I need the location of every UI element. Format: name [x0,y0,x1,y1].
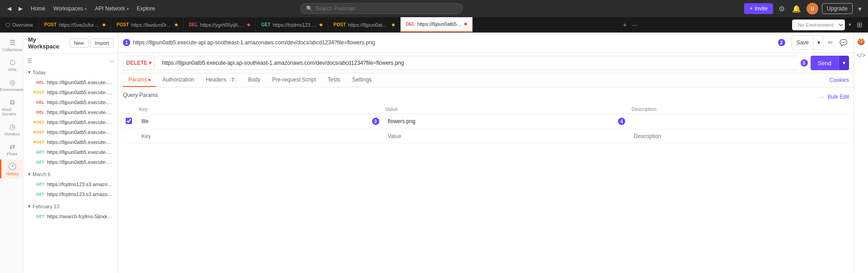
new-param-key-input[interactable] [138,131,379,142]
sidebar-item-flows[interactable]: ⇄ Flows [0,139,24,158]
more-options-icon[interactable]: ··· [110,58,114,64]
param-value-input[interactable] [385,116,617,127]
sidebar-item-apis[interactable]: ⬡ APIs [0,55,24,74]
group-header-march[interactable]: ▾ March 6 [24,169,118,179]
right-panel-code-icon[interactable]: </> [854,50,867,61]
comment-button[interactable]: 💬 [838,37,849,48]
tab-tests[interactable]: Tests [322,73,346,87]
params-dot [148,79,151,81]
list-item[interactable]: DEL https://8jpun0atb5.execute-api.ap–… [24,97,118,107]
list-item[interactable]: POST https://8jpun0atb5.execute-api.ap–… [24,127,118,137]
tab-0[interactable]: POST https://5vw2ufurrk.e… [39,17,111,33]
method-tag: POST [33,90,44,95]
more-tabs-button[interactable]: ··· [630,20,639,29]
tab-body[interactable]: Body [243,73,266,87]
list-item[interactable]: DEL https://8jpun0atb5.execute-api.ap–… [24,107,118,117]
tab-headers[interactable]: Headers 7 [200,73,241,87]
list-item[interactable]: GET https://fcjdms123.s3.amazonaws.c… [24,189,118,199]
overview-icon: ⬡ [5,22,10,28]
tab-pre-request[interactable]: Pre-request Script [267,73,321,87]
import-button[interactable]: Import [90,38,113,48]
tab-url: https://8jpun0atb5.exe… [417,21,462,27]
tab-4[interactable]: POST https://8jpun0atb5.e… [328,17,401,33]
tab-authorization[interactable]: Authorization [157,73,199,87]
forward-button[interactable]: ▶ [16,4,25,14]
method-tag: GET [33,214,44,219]
group-header-feb13[interactable]: ▾ February 13 [24,201,118,211]
right-panel-cookies-icon[interactable]: 🍪 [855,36,867,47]
filter-icon[interactable]: ☰ [27,57,33,64]
search-input[interactable] [316,5,457,12]
apis-icon: ⬡ [9,58,15,67]
method-tag: GET [33,192,44,196]
url-input[interactable] [157,56,797,70]
notifications-button[interactable]: 🔔 [790,3,803,15]
chevron-down-icon: ▾ [28,171,31,177]
new-tab-button[interactable]: + [621,20,628,29]
list-item[interactable]: GET https://fcjdms123.s3.amazonaws.c… [24,179,118,189]
send-dropdown-button[interactable]: ▾ [839,56,849,70]
workspaces-button[interactable]: Workspaces ▾ [51,4,90,14]
settings-button[interactable]: ⚙ [777,3,787,15]
param-checkbox[interactable] [126,118,132,124]
tab-3[interactable]: GET https://fcjdms123.s3.a… [256,17,328,33]
sidebar-item-history[interactable]: 🕐 History [0,159,24,178]
flows-icon: ⇄ [9,143,15,151]
sidebar-content: My Workspace New Import ☰ ··· ▾ Today DE… [24,33,118,273]
environments-icon: ◎ [9,78,15,86]
new-param-desc-input[interactable] [631,131,846,142]
avatar[interactable]: U [807,3,818,14]
save-button[interactable]: Save [792,35,814,50]
environment-selector[interactable]: No Environment [792,19,845,30]
method-selector[interactable]: DELETE ▾ [123,56,155,70]
sidebar-item-monitors[interactable]: ◷ Monitors [0,120,24,139]
tab-params[interactable]: Params [123,73,156,87]
list-item[interactable]: DEL https://8jpun0atb5.execute-api.ap–… [24,77,118,87]
method-label: POST [334,22,346,27]
send-button[interactable]: Send [811,56,839,70]
method-tag: GET [33,160,44,164]
param-desc-cell [628,114,849,129]
collections-panel-toggle[interactable]: ⊞ [855,19,864,31]
params-more-icon[interactable]: ··· [819,93,824,101]
new-button[interactable]: New [70,38,89,48]
param-key-input[interactable] [138,116,370,127]
list-item[interactable]: GET https://search-fcjdms-5ljnxkeq3n7… [24,211,118,221]
group-header-today[interactable]: ▾ Today [24,67,118,77]
search-bar[interactable]: 🔍 [300,3,463,14]
sidebar-item-mock-servers[interactable]: ⧉ Mock Servers [0,95,24,119]
tab-settings[interactable]: Settings [347,73,377,87]
tab-1[interactable]: POST https://bwdum0rws4 [111,17,184,33]
new-param-checkbox-cell [123,129,136,144]
method-tag: POST [33,130,44,134]
back-button[interactable]: ◀ [5,4,14,14]
list-item[interactable]: POST https://8jpun0atb5.execute-api.ap–… [24,117,118,127]
home-button[interactable]: Home [28,4,48,14]
param-desc-input[interactable] [631,116,846,127]
cookies-link[interactable]: Cookies [830,77,849,83]
edit-button[interactable]: ✏ [826,37,835,48]
list-item[interactable]: POST https://8jpun0atb5.execute-api.ap–… [24,87,118,97]
sidebar-item-collections[interactable]: ☰ Collections [0,35,24,54]
overview-tab[interactable]: ⬡ Overview [0,17,39,33]
method-label: DEL [406,22,415,27]
list-item[interactable]: GET https://8jpun0atb5.execute-api.ap–… [24,147,118,157]
tab-2[interactable]: DEL https://ygrh05yij6.exe… [184,17,256,33]
query-params-title: Query Params [123,92,158,98]
tab-5-active[interactable]: DEL https://8jpun0atb5.exe… [401,17,473,33]
chevron-down-icon: ▾ [127,6,129,11]
upgrade-button[interactable]: Upgrade [822,3,853,14]
list-item[interactable]: POST https://8jpun0atb5.execute-api.ap–… [24,137,118,147]
expand-icon[interactable]: ▾ [856,3,863,15]
sidebar-item-environments[interactable]: ◎ Environments [0,75,24,94]
new-param-value-input[interactable] [385,131,626,142]
bulk-edit-button[interactable]: Bulk Edit [828,94,849,100]
invite-button[interactable]: + Invite [744,3,773,14]
explore-button[interactable]: Explore [134,4,158,14]
list-item[interactable]: GET https://8jpun0atb5.execute-api.ap–… [24,157,118,167]
new-param-key-cell [136,129,382,144]
env-chevron[interactable]: ▾ [847,20,853,29]
api-network-button[interactable]: API Network ▾ [92,4,132,14]
value-header: Value [382,105,628,114]
save-dropdown-button[interactable]: ▾ [815,35,823,50]
